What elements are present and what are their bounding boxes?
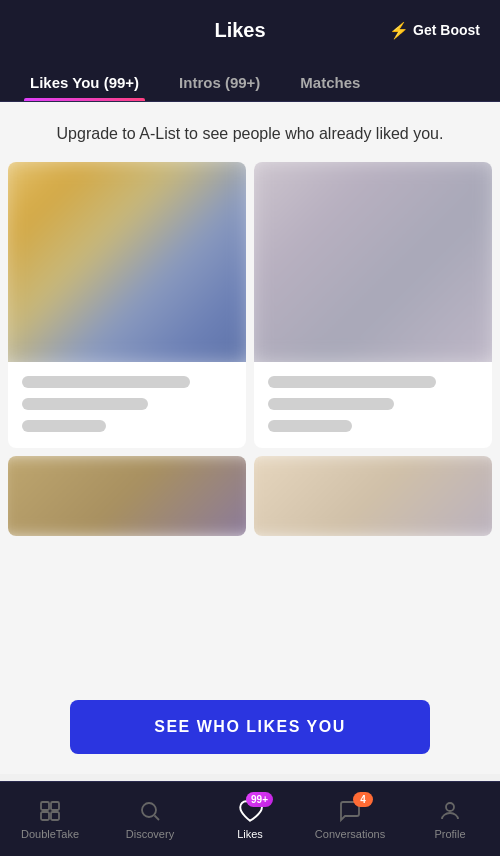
svg-rect-1 xyxy=(51,802,59,810)
nav-item-doubletake[interactable]: DoubleTake xyxy=(0,798,100,840)
blurred-card-4[interactable] xyxy=(254,456,492,536)
bottom-nav: DoubleTake Discovery 99+ Likes 4 Conve xyxy=(0,781,500,856)
profile-icon xyxy=(437,798,463,824)
svg-point-4 xyxy=(142,803,156,817)
cta-overlay: SEE WHO LIKES YOU xyxy=(0,674,500,774)
see-who-likes-button[interactable]: SEE WHO LIKES YOU xyxy=(70,700,430,754)
nav-label-doubletake: DoubleTake xyxy=(21,828,79,840)
info-line-detail-1 xyxy=(22,398,148,410)
blurred-photo-3 xyxy=(8,456,246,536)
upgrade-text: Upgrade to A-List to see people who alre… xyxy=(57,125,444,142)
nav-item-conversations[interactable]: 4 Conversations xyxy=(300,798,400,840)
info-line-tag-1 xyxy=(22,420,106,432)
likes-icon: 99+ xyxy=(237,798,263,824)
main-content: Upgrade to A-List to see people who alre… xyxy=(0,102,500,774)
blurred-card-2[interactable] xyxy=(254,162,492,448)
bottom-cards-grid xyxy=(0,448,500,536)
conversations-badge: 4 xyxy=(353,792,373,807)
svg-rect-0 xyxy=(41,802,49,810)
blurred-photo-4 xyxy=(254,456,492,536)
blurred-photo-1 xyxy=(8,162,246,362)
tab-matches[interactable]: Matches xyxy=(280,60,380,101)
nav-item-discovery[interactable]: Discovery xyxy=(100,798,200,840)
boost-button[interactable]: ⚡ Get Boost xyxy=(380,21,480,40)
info-line-name-1 xyxy=(22,376,190,388)
boost-icon: ⚡ xyxy=(389,21,409,40)
svg-rect-3 xyxy=(51,812,59,820)
nav-item-profile[interactable]: Profile xyxy=(400,798,500,840)
info-line-tag-2 xyxy=(268,420,352,432)
blurred-card-3[interactable] xyxy=(8,456,246,536)
likes-badge: 99+ xyxy=(246,792,273,807)
tab-intros[interactable]: Intros (99+) xyxy=(159,60,280,101)
svg-point-6 xyxy=(446,803,454,811)
nav-item-likes[interactable]: 99+ Likes xyxy=(200,798,300,840)
conversations-icon: 4 xyxy=(337,798,363,824)
app-header: Likes ⚡ Get Boost xyxy=(0,0,500,60)
nav-label-profile: Profile xyxy=(434,828,465,840)
card-info-2 xyxy=(254,362,492,448)
svg-rect-2 xyxy=(41,812,49,820)
svg-line-5 xyxy=(155,816,160,821)
card-info-1 xyxy=(8,362,246,448)
card-image-1 xyxy=(8,162,246,362)
boost-label: Get Boost xyxy=(413,22,480,38)
upgrade-banner: Upgrade to A-List to see people who alre… xyxy=(0,102,500,162)
nav-label-conversations: Conversations xyxy=(315,828,385,840)
cards-grid xyxy=(0,162,500,448)
doubletake-icon xyxy=(37,798,63,824)
nav-label-likes: Likes xyxy=(237,828,263,840)
page-title: Likes xyxy=(100,19,380,42)
tabs-bar: Likes You (99+) Intros (99+) Matches xyxy=(0,60,500,102)
discovery-icon xyxy=(137,798,163,824)
blurred-card-1[interactable] xyxy=(8,162,246,448)
card-image-2 xyxy=(254,162,492,362)
tab-likes-you[interactable]: Likes You (99+) xyxy=(10,60,159,101)
nav-label-discovery: Discovery xyxy=(126,828,174,840)
blurred-photo-2 xyxy=(254,162,492,362)
info-line-name-2 xyxy=(268,376,436,388)
info-line-detail-2 xyxy=(268,398,394,410)
